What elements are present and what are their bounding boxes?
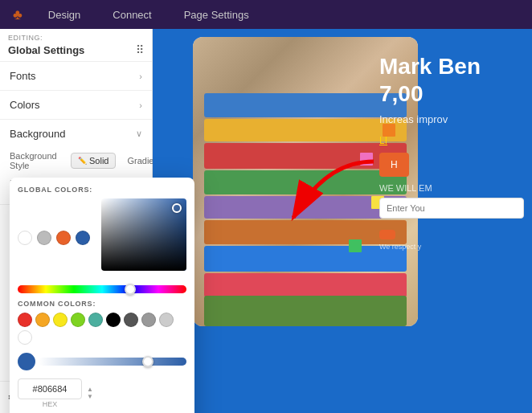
colors-row[interactable]: Colors › <box>0 91 152 119</box>
picker-circle[interactable] <box>172 203 182 213</box>
bg-style-row: Background Style ✏️ Solid Gradient <box>0 148 152 175</box>
background-chevron-icon: ∨ <box>136 129 142 139</box>
nav-connect[interactable]: Connect <box>106 6 158 24</box>
opacity-row <box>18 353 186 370</box>
fonts-chevron-icon: › <box>139 72 142 81</box>
background-label: Background <box>10 128 65 140</box>
hero-text: Mark Ben 7,00 Increas improv LI H WE WIL… <box>371 45 532 259</box>
fonts-row[interactable]: Fonts › <box>0 62 152 90</box>
colors-label: Colors <box>10 99 40 111</box>
nav-page-settings[interactable]: Page Settings <box>178 6 256 24</box>
common-color-red[interactable] <box>18 313 32 327</box>
global-color-orange[interactable] <box>56 231 71 245</box>
hex-row: HEX ▲ ▼ <box>18 378 186 408</box>
colors-section: Colors › <box>0 91 152 120</box>
we-will-label: WE WILL EM <box>379 183 524 193</box>
selected-color-swatch[interactable] <box>18 353 35 370</box>
editing-label: EDITING: <box>0 29 152 42</box>
left-panel: EDITING: Global Settings ⠿ Fonts › Color… <box>0 29 153 413</box>
common-colors-label: COMMON COLORS: <box>18 300 186 308</box>
global-color-gray[interactable] <box>37 231 51 245</box>
pencil-icon: ✏️ <box>78 157 87 165</box>
hue-thumb[interactable] <box>125 284 136 295</box>
hero-link[interactable]: LI <box>379 135 524 146</box>
common-color-midgray[interactable] <box>141 313 156 327</box>
hero-title: Mark Ben 7,00 <box>379 53 524 107</box>
gradient-canvas[interactable] <box>101 198 186 271</box>
solid-button[interactable]: ✏️ Solid <box>71 153 116 169</box>
right-content: Mark Ben 7,00 Increas improv LI H WE WIL… <box>153 29 532 413</box>
subscribe-button[interactable] <box>379 230 395 239</box>
hero-subtitle: Increas improv <box>379 113 524 125</box>
main-layout: EDITING: Global Settings ⠿ Fonts › Color… <box>0 29 532 413</box>
common-color-white[interactable] <box>18 330 32 345</box>
common-color-green[interactable] <box>71 313 85 327</box>
colors-chevron-icon: › <box>139 100 142 110</box>
global-color-white[interactable] <box>18 231 32 245</box>
hue-slider-row <box>18 285 186 293</box>
fonts-label: Fonts <box>10 70 36 82</box>
hex-label: HEX <box>18 400 82 408</box>
email-input[interactable] <box>379 198 524 219</box>
opacity-slider[interactable] <box>39 358 186 366</box>
hex-input-wrap: HEX <box>18 378 82 408</box>
book-layer-9 <box>204 296 407 326</box>
global-colors-row <box>18 198 186 277</box>
color-picker-popup: GLOBAL COLORS: COMMON COLORS: <box>10 178 194 413</box>
opacity-thumb[interactable] <box>142 356 153 367</box>
common-color-teal[interactable] <box>88 313 103 327</box>
hex-input[interactable] <box>18 378 82 399</box>
common-color-black[interactable] <box>106 313 121 327</box>
global-settings-title: Global Settings <box>8 44 84 56</box>
top-nav: ♣ Design Connect Page Settings <box>0 0 532 29</box>
bg-style-label: Background Style <box>10 151 66 170</box>
grid-icon[interactable]: ⠿ <box>136 43 144 56</box>
common-color-yellow[interactable] <box>53 313 68 327</box>
hex-increment[interactable]: ▲ <box>87 386 93 393</box>
hex-decrement[interactable]: ▼ <box>87 394 93 400</box>
sticky-note-green <box>349 239 362 252</box>
common-colors-row <box>18 313 186 345</box>
global-settings-header: Global Settings ⠿ <box>0 42 152 62</box>
hex-spinners: ▲ ▼ <box>87 386 93 400</box>
fonts-section: Fonts › <box>0 62 152 91</box>
nav-design[interactable]: Design <box>42 6 87 24</box>
respect-text: We respect y <box>379 243 524 251</box>
global-color-blue[interactable] <box>76 231 90 245</box>
book-layer-8 <box>204 273 407 297</box>
common-color-orange[interactable] <box>35 313 50 327</box>
background-header[interactable]: Background ∨ <box>0 120 152 148</box>
hero-button[interactable]: H <box>379 153 409 177</box>
common-color-darkgray[interactable] <box>124 313 138 327</box>
logo-icon: ♣ <box>13 6 23 23</box>
solid-label: Solid <box>89 156 108 166</box>
common-color-lightgray[interactable] <box>159 313 174 327</box>
global-colors-label: GLOBAL COLORS: <box>18 186 186 194</box>
hue-slider[interactable] <box>18 285 186 293</box>
